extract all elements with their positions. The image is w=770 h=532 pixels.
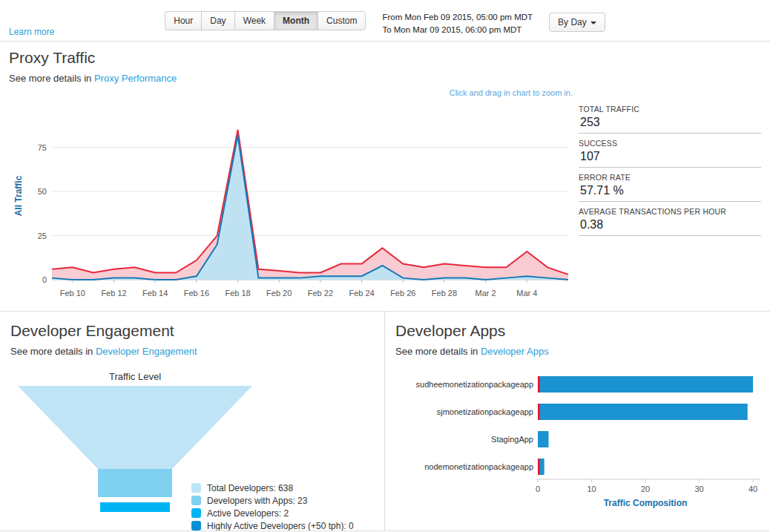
- x-tick-label: Feb 22: [308, 289, 333, 298]
- legend-swatch-icon: [191, 521, 201, 531]
- by-day-label: By Day: [558, 17, 587, 27]
- bottom-panels: Developer Engagement See more details in…: [0, 312, 770, 531]
- zoom-hint: Click and drag in chart to zoom in.: [9, 88, 573, 99]
- date-to: To Mon Mar 09 2015, 06:00 pm MDT: [382, 24, 533, 36]
- x-tick-label: 30: [694, 485, 703, 493]
- x-tick-label: Feb 20: [266, 289, 292, 298]
- funnel-segment-developers-with-apps: [98, 469, 172, 497]
- developer-engagement-title: Developer Engagement: [10, 322, 374, 340]
- bar-error-nodemonetizationpackageapp: [538, 459, 540, 475]
- bar-success-sudheemonetizationpackageapp: [540, 376, 753, 393]
- proxy-traffic-title: Proxy Traffic: [9, 49, 761, 67]
- all-traffic-area: [52, 130, 568, 280]
- x-tick-label: Feb 28: [432, 289, 457, 298]
- developer-apps-section: Developer Apps See more details in Devel…: [384, 312, 770, 531]
- apps-details-line: See more details in Developer Apps: [395, 346, 760, 357]
- funnel-legend: Total Developers: 638Developers with App…: [191, 482, 354, 531]
- x-tick-label: 40: [748, 485, 757, 493]
- stat-error-rate: ERROR RATE57.71 %: [579, 171, 761, 202]
- proxy-performance-link[interactable]: Proxy Performance: [94, 73, 177, 84]
- success-area: [52, 135, 568, 280]
- developer-apps-chart: sudheemonetizationpackageappsjmonetizati…: [392, 370, 767, 516]
- learn-more-link[interactable]: Learn more: [9, 27, 54, 37]
- legend-label: Active Developers: 2: [207, 508, 289, 519]
- legend-label: Highly Active Developers (+50 tph): 0: [207, 521, 354, 531]
- date-range: From Mon Feb 09 2015, 05:00 pm MDT To Mo…: [382, 11, 533, 37]
- developer-apps-link[interactable]: Developer Apps: [481, 346, 549, 357]
- analytics-dashboard: Learn more HourDayWeekMonthCustom From M…: [0, 0, 770, 531]
- chevron-down-icon: [590, 22, 596, 24]
- legend-swatch-icon: [191, 508, 201, 518]
- legend-item-active-developers: Active Developers: 2: [191, 508, 354, 520]
- engagement-details-line: See more details in Developer Engagement: [10, 346, 374, 357]
- x-axis-title: Traffic Composition: [604, 498, 688, 508]
- range-button-month[interactable]: Month: [274, 11, 317, 30]
- all-traffic-line: [52, 130, 568, 275]
- legend-item-highly-active-developers-50-tph-: Highly Active Developers (+50 tph): 0: [191, 520, 354, 531]
- bar-error-sjmonetizationpackageapp: [538, 404, 540, 420]
- legend-label: Total Developers: 638: [207, 483, 293, 493]
- legend-label: Developers with Apps: 23: [207, 496, 307, 506]
- x-tick-label: Feb 24: [349, 289, 374, 298]
- y-tick-label: 50: [38, 187, 47, 196]
- y-tick-label: 25: [38, 231, 47, 240]
- stat-value: 107: [579, 150, 761, 163]
- legend-item-developers-with-apps: Developers with Apps: 23: [191, 495, 354, 508]
- date-from: From Mon Feb 09 2015, 05:00 pm MDT: [382, 11, 533, 24]
- legend-item-total-developers: Total Developers: 638: [191, 482, 354, 495]
- details-prefix: See more details in: [9, 73, 91, 84]
- bar-label: StagingApp: [491, 435, 533, 444]
- stat-value: 57.71 %: [579, 184, 761, 197]
- range-button-hour[interactable]: Hour: [165, 11, 201, 30]
- stat-value: 0.38: [579, 218, 761, 231]
- proxy-traffic-section: Proxy Traffic See more details in Proxy …: [0, 42, 770, 312]
- bar-success-nodemonetizationpackageapp: [540, 459, 544, 475]
- developer-engagement-section: Developer Engagement See more details in…: [0, 312, 384, 531]
- success-line: [52, 135, 568, 280]
- stat-success: SUCCESS107: [579, 137, 761, 168]
- time-range-button-group: HourDayWeekMonthCustom: [165, 11, 366, 30]
- details-prefix: See more details in: [395, 346, 478, 357]
- funnel-chart-title: Traffic Level: [16, 371, 254, 382]
- bar-success-sjmonetizationpackageapp: [540, 404, 748, 420]
- funnel-segment-total-developers: [18, 386, 252, 469]
- x-tick-label: Feb 26: [390, 289, 415, 298]
- y-axis-label: All Traffic: [13, 162, 24, 229]
- proxy-traffic-chart[interactable]: 0255075Feb 10Feb 12Feb 14Feb 16Feb 18Feb…: [25, 111, 576, 302]
- by-day-dropdown[interactable]: By Day: [549, 13, 605, 32]
- x-tick-label: Mar 4: [516, 289, 537, 298]
- stat-value: 253: [579, 116, 761, 129]
- x-tick-label: Feb 14: [142, 289, 168, 298]
- stat-label: ERROR RATE: [579, 173, 761, 182]
- x-tick-label: Mar 2: [476, 289, 496, 298]
- x-tick-label: 0: [536, 485, 540, 493]
- stat-label: TOTAL TRAFFIC: [579, 105, 761, 114]
- range-button-custom[interactable]: Custom: [317, 11, 366, 30]
- bar-label: sjmonetizationpackageapp: [437, 407, 533, 416]
- bar-label: sudheemonetizationpackageapp: [416, 380, 533, 389]
- stat-average-transactions-per-hour: AVERAGE TRANSACTIONS PER HOUR0.38: [579, 206, 761, 236]
- toolbar: Learn more HourDayWeekMonthCustom From M…: [0, 0, 770, 42]
- legend-swatch-icon: [191, 483, 201, 493]
- funnel-segment-active-developers: [100, 502, 170, 512]
- proxy-details-line: See more details in Proxy Performance: [9, 73, 761, 84]
- stat-label: AVERAGE TRANSACTIONS PER HOUR: [579, 207, 761, 216]
- stat-label: SUCCESS: [579, 139, 761, 148]
- legend-swatch-icon: [191, 496, 201, 505]
- x-tick-label: 10: [587, 485, 596, 493]
- bar-success-stagingapp: [538, 431, 549, 447]
- traffic-stats-panel: TOTAL TRAFFIC253SUCCESS107ERROR RATE57.7…: [579, 99, 761, 240]
- range-button-week[interactable]: Week: [234, 11, 274, 30]
- stat-total-traffic: TOTAL TRAFFIC253: [579, 103, 761, 134]
- x-tick-label: Feb 18: [225, 289, 250, 298]
- bar-label: nodemonetizationpackageapp: [424, 462, 533, 471]
- x-tick-label: Feb 12: [101, 289, 126, 298]
- developer-engagement-link[interactable]: Developer Engagement: [96, 346, 197, 357]
- details-prefix: See more details in: [10, 346, 93, 357]
- x-tick-label: Feb 10: [60, 289, 85, 298]
- range-button-day[interactable]: Day: [201, 11, 234, 30]
- developer-apps-title: Developer Apps: [395, 322, 760, 340]
- x-tick-label: Feb 16: [184, 289, 209, 298]
- proxy-chart-wrap: All Traffic 0255075Feb 10Feb 12Feb 14Feb…: [9, 111, 576, 302]
- bar-error-sudheemonetizationpackageapp: [538, 376, 540, 393]
